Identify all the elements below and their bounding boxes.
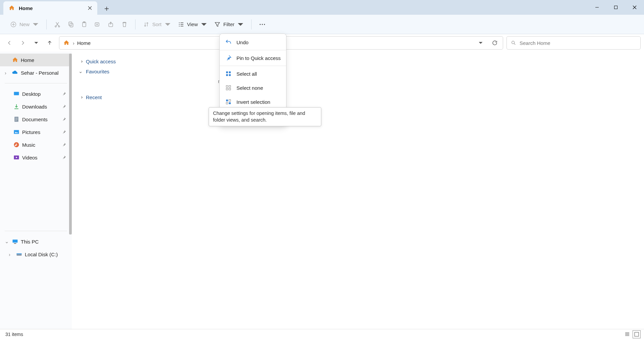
rename-icon[interactable] [91, 18, 104, 31]
nav-buttons [3, 37, 56, 49]
document-icon [13, 116, 20, 123]
status-bar: 31 items [0, 329, 644, 339]
search-input[interactable] [520, 40, 636, 46]
details-view-icon[interactable] [623, 330, 631, 338]
thumbnails-view-icon[interactable] [633, 330, 641, 338]
svg-rect-23 [226, 71, 228, 73]
menu-invert-selection[interactable]: Invert selection [220, 95, 286, 109]
separator [46, 19, 47, 29]
address-dropdown[interactable] [475, 37, 487, 49]
paste-icon[interactable] [77, 18, 91, 31]
maximize-button[interactable] [606, 0, 625, 15]
select-none-icon [225, 84, 232, 91]
separator [5, 83, 67, 83]
share-icon[interactable] [104, 18, 118, 31]
sidebar-item-pictures[interactable]: Pictures [0, 126, 72, 138]
svg-rect-30 [229, 88, 231, 90]
new-tab-button[interactable] [101, 3, 113, 15]
status-item-count: 31 items [5, 332, 23, 337]
delete-icon[interactable] [118, 18, 131, 31]
separator [220, 66, 286, 66]
sidebar-label: Sehar - Personal [21, 70, 59, 76]
menu-pin-quick-access[interactable]: Pin to Quick access [220, 51, 286, 65]
scrollbar-thumb[interactable] [69, 54, 72, 234]
svg-rect-19 [13, 240, 18, 243]
sidebar-item-desktop[interactable]: Desktop [0, 87, 72, 100]
pin-icon[interactable] [62, 91, 66, 96]
menu-label: Pin to Quick access [236, 55, 281, 61]
drive-icon [15, 251, 23, 258]
svg-rect-5 [70, 23, 73, 27]
more-options-icon[interactable] [256, 18, 269, 31]
sidebar-onedrive[interactable]: › Sehar - Personal [0, 66, 72, 79]
titlebar: Home [0, 0, 644, 15]
home-icon [11, 56, 19, 64]
sidebar-item-downloads[interactable]: Downloads [0, 100, 72, 113]
chevron-down-icon: ⌄ [78, 68, 83, 74]
home-icon [8, 4, 15, 12]
undo-icon [225, 39, 232, 46]
tooltip-options: Change settings for opening items, file … [209, 107, 321, 126]
sidebar-label: Home [21, 57, 34, 63]
pin-icon[interactable] [62, 142, 66, 147]
chevron-right-icon[interactable]: › [9, 252, 13, 257]
sidebar-item-videos[interactable]: Videos [0, 151, 72, 164]
pin-icon[interactable] [62, 130, 66, 134]
svg-rect-0 [614, 6, 618, 9]
onedrive-icon [11, 69, 19, 76]
tab-close-icon[interactable] [87, 5, 93, 11]
section-favourites[interactable]: ⌄ Favourites [77, 66, 639, 76]
menu-undo[interactable]: Undo [220, 35, 286, 49]
menu-label: Select all [236, 71, 257, 77]
pin-icon[interactable] [62, 155, 66, 160]
svg-point-11 [262, 24, 263, 25]
view-button[interactable]: View [174, 19, 211, 30]
section-label: Quick access [86, 59, 116, 64]
search-box[interactable] [506, 36, 641, 50]
separator [251, 19, 252, 29]
sidebar-label: Downloads [22, 104, 47, 110]
chevron-right-icon[interactable]: › [5, 70, 9, 76]
copy-icon[interactable] [64, 18, 77, 31]
sidebar-this-pc[interactable]: ⌄ This PC [0, 235, 72, 248]
svg-rect-25 [226, 74, 228, 76]
new-button[interactable]: New [7, 19, 42, 30]
sidebar-label: Music [22, 142, 35, 148]
up-button[interactable] [44, 37, 56, 49]
menu-select-none[interactable]: Select none [220, 81, 286, 95]
recent-dropdown[interactable] [30, 37, 42, 49]
nav-row: › Home [0, 34, 644, 52]
sidebar-item-music[interactable]: Music [0, 138, 72, 151]
close-window-button[interactable] [625, 0, 644, 15]
filter-button[interactable]: Filter [211, 19, 247, 30]
window-controls [588, 0, 644, 15]
svg-rect-32 [229, 99, 231, 101]
invert-selection-icon [225, 98, 232, 105]
breadcrumb-current[interactable]: Home [77, 40, 91, 46]
sidebar-item-documents[interactable]: Documents [0, 113, 72, 126]
menu-select-all[interactable]: Select all [220, 67, 286, 81]
svg-rect-29 [226, 88, 228, 90]
svg-rect-33 [226, 103, 228, 104]
tab-home[interactable]: Home [3, 1, 97, 15]
sidebar-home[interactable]: Home [0, 54, 72, 66]
cut-icon[interactable] [51, 18, 64, 31]
sort-button[interactable]: Sort [140, 19, 174, 30]
breadcrumb-sep: › [73, 40, 74, 46]
svg-rect-36 [635, 332, 639, 336]
svg-rect-20 [14, 243, 16, 244]
pin-icon[interactable] [62, 104, 66, 109]
chevron-down-icon[interactable]: ⌄ [5, 239, 9, 245]
section-label: Favourites [86, 69, 109, 74]
section-recent[interactable]: ⌄ Recent [77, 92, 639, 102]
pin-icon[interactable] [62, 117, 66, 122]
forward-button[interactable] [17, 37, 29, 49]
minimize-button[interactable] [588, 0, 606, 15]
refresh-button[interactable] [489, 37, 501, 49]
sort-label: Sort [152, 21, 162, 27]
download-icon [13, 103, 20, 110]
sidebar-local-disk[interactable]: › Local Disk (C:) [0, 248, 72, 261]
section-quick-access[interactable]: ⌄ Quick access [77, 56, 639, 66]
back-button[interactable] [3, 37, 15, 49]
svg-point-3 [58, 25, 60, 27]
